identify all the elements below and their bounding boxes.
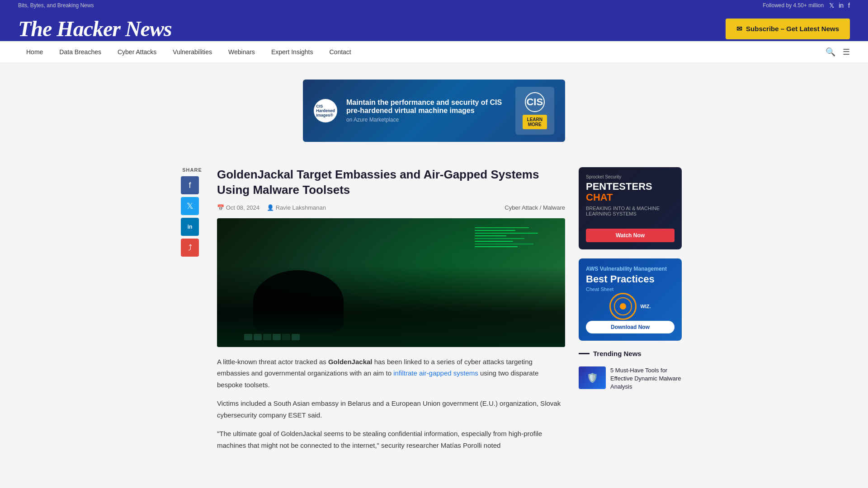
share-label: SHARE bbox=[181, 167, 203, 173]
cis-ad-text: Maintain the performance and security of… bbox=[346, 99, 506, 123]
nav-home[interactable]: Home bbox=[18, 41, 51, 63]
nav-contact[interactable]: Contact bbox=[321, 41, 359, 63]
article-body: A little-known threat actor tracked as G… bbox=[217, 356, 565, 451]
pentesters-desc: BREAKING INTO AI & MACHINE LEARNING SYST… bbox=[586, 206, 675, 216]
top-bar-right: Followed by 4.50+ million 𝕏 in f bbox=[763, 2, 850, 9]
nav-links: Home Data Breaches Cyber Attacks Vulnera… bbox=[18, 41, 359, 63]
cis-ad-logo: CISHardenedImages® bbox=[314, 99, 337, 122]
twitter-icon[interactable]: 𝕏 bbox=[829, 2, 834, 9]
top-bar: Bits, Bytes, and Breaking News Followed … bbox=[0, 0, 868, 11]
article-date: Oct 08, 2024 bbox=[217, 204, 259, 211]
article-meta-left: Oct 08, 2024 Ravie Lakshmanan bbox=[217, 204, 326, 211]
article-para-1: A little-known threat actor tracked as G… bbox=[217, 356, 565, 391]
header: The Hacker News ✉ Subscribe – Get Latest… bbox=[0, 11, 868, 41]
aws-ad-content: AWS Vulnerability Management Best Practi… bbox=[586, 266, 675, 292]
nav-data-breaches[interactable]: Data Breaches bbox=[51, 41, 109, 63]
social-icons: 𝕏 in f bbox=[829, 2, 850, 9]
pentesters-headline: PENTESTERS CHAT bbox=[586, 181, 675, 203]
sprocket-brand: Sprocket Security bbox=[586, 174, 675, 179]
facebook-icon[interactable]: f bbox=[848, 2, 850, 9]
linkedin-icon[interactable]: in bbox=[839, 2, 844, 9]
cis-logo: CIS bbox=[525, 92, 545, 112]
trending-section: Trending News 🛡️ 5 Must-Have Tools for E… bbox=[579, 350, 687, 391]
share-other-icon: ⤴ bbox=[188, 243, 192, 253]
linkedin-share-icon: in bbox=[188, 224, 193, 230]
aws-brand: AWS Vulnerability Management bbox=[586, 266, 675, 272]
menu-button[interactable]: ☰ bbox=[843, 47, 850, 57]
keyboard-glow bbox=[217, 311, 565, 347]
nav-icons: 🔍 ☰ bbox=[826, 47, 850, 57]
share-linkedin-button[interactable]: in bbox=[181, 218, 199, 236]
tagline: Bits, Bytes, and Breaking News bbox=[18, 2, 94, 9]
article-para-2: Victims included a South Asian embassy i… bbox=[217, 398, 565, 421]
trending-link-1[interactable]: 5 Must-Have Tools for Effective Dynamic … bbox=[610, 367, 681, 390]
nav-vulnerabilities[interactable]: Vulnerabilities bbox=[165, 41, 220, 63]
article-meta: Oct 08, 2024 Ravie Lakshmanan Cyber Atta… bbox=[217, 204, 565, 211]
pentesters-ad[interactable]: Sprocket Security PENTESTERS CHAT BREAKI… bbox=[579, 167, 682, 249]
trending-thumb-1: 🛡️ bbox=[579, 366, 606, 389]
site-logo[interactable]: The Hacker News bbox=[18, 16, 172, 41]
article-content: GoldenJackal Target Embassies and Air-Ga… bbox=[217, 167, 565, 458]
article-image bbox=[217, 218, 565, 347]
share-other-button[interactable]: ⤴ bbox=[181, 239, 199, 257]
keyboard-keys bbox=[244, 334, 475, 340]
cis-ad-banner[interactable]: CISHardenedImages® Maintain the performa… bbox=[303, 80, 565, 142]
ad-subtext: on Azure Marketplace bbox=[346, 117, 506, 123]
twitter-share-icon: 𝕏 bbox=[187, 201, 193, 211]
main-container: SHARE f 𝕏 in ⤴ GoldenJackal Target Embas… bbox=[163, 158, 705, 467]
learn-more-button[interactable]: LEARN MORE bbox=[523, 115, 547, 129]
cis-ad-right: CIS LEARN MORE bbox=[515, 87, 554, 135]
trending-title: Trending News bbox=[593, 350, 642, 357]
share-sidebar: SHARE f 𝕏 in ⤴ bbox=[181, 167, 203, 458]
golden-jackal-name: GoldenJackal bbox=[328, 358, 373, 366]
envelope-icon: ✉ bbox=[736, 25, 742, 33]
watch-now-button[interactable]: Watch Now bbox=[586, 229, 675, 242]
search-button[interactable]: 🔍 bbox=[826, 47, 835, 57]
trending-item-1[interactable]: 🛡️ 5 Must-Have Tools for Effective Dynam… bbox=[579, 366, 687, 391]
nav-webinars[interactable]: Webinars bbox=[220, 41, 263, 63]
share-twitter-button[interactable]: 𝕏 bbox=[181, 197, 199, 215]
subscribe-button[interactable]: ✉ Subscribe – Get Latest News bbox=[726, 19, 850, 39]
article-para-3: "The ultimate goal of GoldenJackal seems… bbox=[217, 428, 565, 451]
trending-title-1: 5 Must-Have Tools for Effective Dynamic … bbox=[610, 366, 687, 391]
aws-target-visual: WIZ. bbox=[586, 293, 675, 320]
aws-ad[interactable]: AWS Vulnerability Management Best Practi… bbox=[579, 258, 682, 341]
trending-header: Trending News bbox=[579, 350, 687, 360]
article-author: Ravie Lakshmanan bbox=[267, 204, 326, 211]
article-category: Cyber Attack / Malware bbox=[505, 204, 565, 211]
wiz-label: WIZ. bbox=[640, 304, 651, 309]
main-nav: Home Data Breaches Cyber Attacks Vulnera… bbox=[0, 41, 868, 63]
share-facebook-button[interactable]: f bbox=[181, 176, 199, 194]
air-gapped-link[interactable]: infiltrate air-gapped systems bbox=[393, 369, 478, 377]
aws-title: Best Practices bbox=[586, 274, 675, 285]
code-lines-visual bbox=[475, 227, 538, 247]
download-now-button[interactable]: Download Now bbox=[586, 321, 675, 333]
pentesters-ad-text: Sprocket Security PENTESTERS CHAT BREAKI… bbox=[579, 167, 682, 216]
trending-dash bbox=[579, 353, 590, 354]
aws-subtitle: Cheat Sheet bbox=[586, 286, 675, 292]
nav-cyber-attacks[interactable]: Cyber Attacks bbox=[109, 41, 165, 63]
sidebar: Sprocket Security PENTESTERS CHAT BREAKI… bbox=[579, 167, 687, 458]
followers-text: Followed by 4.50+ million bbox=[763, 2, 824, 9]
subscribe-label: Subscribe – Get Latest News bbox=[746, 25, 839, 33]
article-title: GoldenJackal Target Embassies and Air-Ga… bbox=[217, 167, 565, 198]
facebook-share-icon: f bbox=[189, 181, 191, 190]
nav-expert-insights[interactable]: Expert Insights bbox=[263, 41, 321, 63]
aws-target-icon bbox=[609, 293, 637, 320]
